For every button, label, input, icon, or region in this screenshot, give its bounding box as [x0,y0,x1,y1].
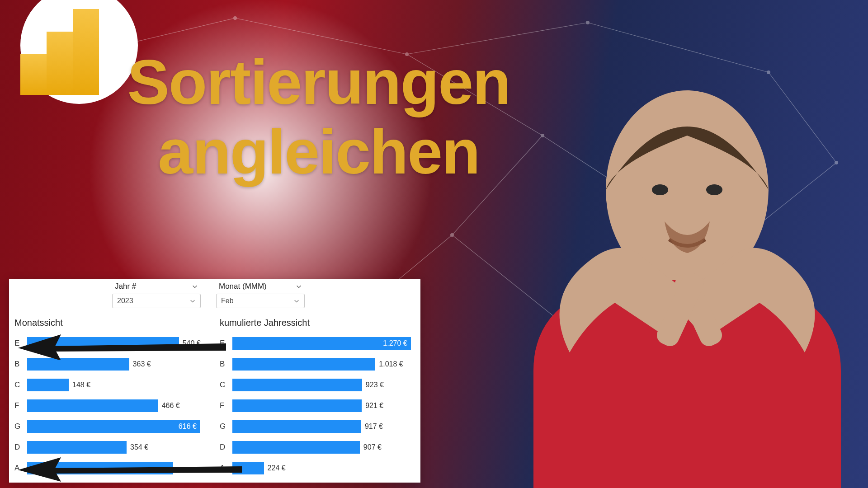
bar[interactable] [27,441,127,454]
bar-row: F466 € [14,398,210,414]
bar-value-label: 907 € [363,443,382,451]
bar[interactable] [232,358,375,371]
bar-value-label: 921 € [365,402,383,410]
bar[interactable] [232,462,264,474]
bar[interactable] [27,379,69,391]
bar-row: C148 € [14,377,210,393]
chart-kumulierte-jahressicht: kumulierte Jahressicht E1.270 €B1.018 €C… [220,318,415,478]
bar-track: 923 € [232,379,415,391]
bar-value-label: 923 € [366,381,384,389]
bar-value-label: 1.018 € [379,360,403,368]
bar[interactable] [27,462,173,474]
bar-row: A224 € [220,460,415,476]
chart-monatssicht: Monatssicht E540 €B363 €C148 €F466 €G616… [14,318,210,478]
slicer-year-label: Jahr # [115,282,136,291]
bar-row: F921 € [220,398,415,414]
category-label: C [220,380,232,389]
chart-title: kumulierte Jahressicht [220,318,415,328]
dashboard-panel: Jahr # 2023 Monat (MMM) Feb [9,279,420,483]
bar-track: 921 € [232,399,415,412]
chevron-down-icon [189,298,196,304]
bar-track: 540 € [27,337,210,350]
svg-point-15 [586,21,590,24]
bar[interactable] [27,399,158,412]
chart-title: Monatssicht [14,318,210,328]
bar-row: A [14,460,210,476]
bar-row: E540 € [14,335,210,352]
bar-row: B363 € [14,356,210,372]
slicer-year-dropdown[interactable]: 2023 [112,294,201,308]
bar[interactable] [232,420,361,433]
category-label: A [14,464,27,473]
bar[interactable] [232,441,360,454]
bar-value-label: 1.270 € [383,339,407,347]
bar-track: 616 € [27,420,210,433]
svg-point-24 [652,184,668,195]
bar-value-label: 917 € [365,422,383,431]
presenter-photo [434,27,868,488]
bar-row: B1.018 € [220,356,415,372]
bar[interactable] [27,358,129,371]
category-label: B [14,360,27,369]
bar-track: 363 € [27,358,210,371]
bar[interactable] [232,399,362,412]
bar-row: C923 € [220,377,415,393]
bar-value-label: 616 € [179,422,197,431]
category-label: F [220,401,232,410]
category-label: C [14,380,27,389]
bar-track [27,462,210,474]
bar-track: 466 € [27,399,210,412]
bar[interactable] [27,420,200,433]
bar[interactable] [232,379,362,391]
slicer-month-value: Feb [221,297,234,305]
headline-line2: angleichen [158,116,479,187]
slicer-year[interactable]: Jahr # 2023 [112,282,201,308]
bar-row: D354 € [14,439,210,455]
category-label: E [14,339,27,348]
bar-track: 1.270 € [232,337,415,350]
bar-track: 917 € [232,420,415,433]
bar-value-label: 363 € [133,360,151,368]
bar-track: 148 € [27,379,210,391]
slicer-month-dropdown[interactable]: Feb [216,294,305,308]
bar-value-label: 354 € [130,443,148,451]
category-label: D [220,443,232,452]
bar-value-label: 540 € [183,339,201,347]
category-label: E [220,339,232,348]
slicer-month-label: Monat (MMM) [219,282,267,291]
category-label: G [220,422,232,431]
category-label: D [14,443,27,452]
chart-rows: E1.270 €B1.018 €C923 €F921 €G917 €D907 €… [220,335,415,476]
slicer-month[interactable]: Monat (MMM) Feb [216,282,305,308]
bar-track: 1.018 € [232,358,415,371]
bar-row: G616 € [14,418,210,435]
bar-row: E1.270 € [220,335,415,352]
chevron-down-icon [293,298,300,304]
bar[interactable] [27,337,179,350]
bar-track: 354 € [27,441,210,454]
bar-row: D907 € [220,439,415,455]
category-label: F [14,401,27,410]
bar-row: G917 € [220,418,415,435]
bar-value-label: 148 € [72,381,90,389]
chevron-down-icon [192,283,198,290]
category-label: G [14,422,27,431]
category-label: A [220,464,232,473]
svg-point-25 [706,184,722,195]
slicer-year-value: 2023 [117,297,133,305]
chevron-down-icon [296,283,302,290]
svg-point-13 [233,16,237,20]
bar-value-label: 224 € [268,464,286,472]
category-label: B [220,360,232,369]
bar-track: 907 € [232,441,415,454]
chart-rows: E540 €B363 €C148 €F466 €G616 €D354 €A [14,335,210,476]
bar-value-label: 466 € [162,402,180,410]
bar-track: 224 € [232,462,415,474]
